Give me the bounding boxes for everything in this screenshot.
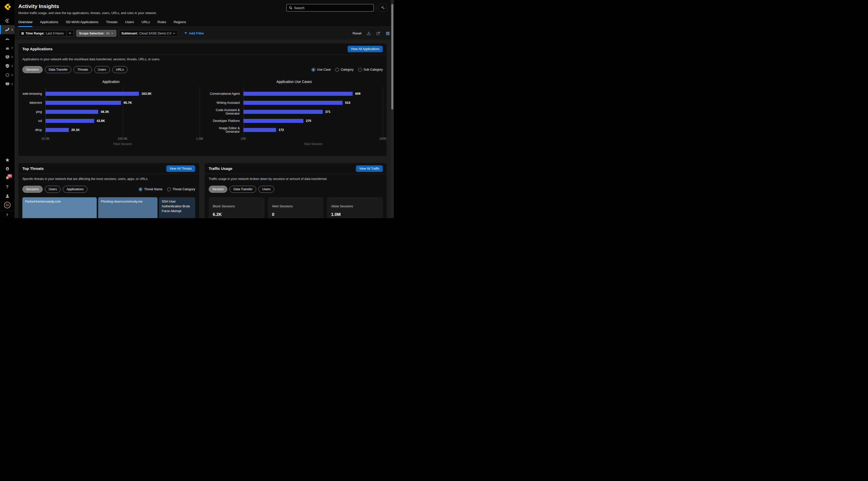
- notifications-button[interactable]: 9+: [0, 173, 14, 182]
- bar-developer-platform[interactable]: [243, 119, 304, 123]
- tab-overview[interactable]: Overview: [18, 20, 32, 27]
- bar-track: 42.8K: [45, 116, 200, 125]
- pill-data-transfer[interactable]: Data Transfer: [45, 66, 71, 73]
- view-all-traffic-button[interactable]: View All Traffic: [356, 166, 383, 172]
- scope-selection-filter[interactable]: Scope Selection: All: [76, 30, 116, 37]
- axis-title: Total Session: [45, 142, 200, 146]
- radio-threat-category[interactable]: Threat Category: [167, 187, 195, 191]
- remove-time-filter-button[interactable]: ✕: [66, 30, 71, 36]
- view-all-applications-button[interactable]: View All Applications: [348, 46, 383, 52]
- bar-category-label: Image Editor & Generator: [206, 126, 243, 133]
- treemap-tile-ssh-user-authentication-brute-force-attempt[interactable]: SSH User Authentication Brute Force Atte…: [159, 197, 195, 218]
- bar-row-image-editor-generator: Image Editor & Generator172: [206, 125, 383, 134]
- sidebar-item-posture[interactable]: [0, 61, 14, 70]
- pill-sessions[interactable]: Sessions: [22, 186, 43, 193]
- bar-row-conversational-agent: Conversational Agent609: [206, 89, 383, 98]
- stat-value: 1.0M: [331, 212, 379, 217]
- schedule-calendar-icon[interactable]: [385, 31, 390, 36]
- sidebar-item-services[interactable]: [0, 70, 14, 80]
- bar-conversational-agent[interactable]: [243, 92, 353, 96]
- tab-sd-wan-applications[interactable]: SD-WAN Applications: [66, 20, 98, 27]
- tab-applications[interactable]: Applications: [40, 20, 58, 27]
- treemap-tile-phishing-slearncommnuity-me[interactable]: Phishing:slearncommnuity.me: [98, 197, 157, 218]
- treemap-tile-parked-kentonsawdy-com[interactable]: Parked:kentonsawdy.com: [22, 197, 97, 218]
- add-filter-button[interactable]: Add Filter: [184, 31, 204, 35]
- bar-track: 270: [243, 116, 383, 125]
- application-chart: Applicationweb-browsing163.5Kbittorrent9…: [22, 80, 200, 146]
- bar-writing-assistant[interactable]: [243, 101, 343, 105]
- sidebar-item-monitor[interactable]: [0, 34, 14, 43]
- help-button[interactable]: ?: [0, 182, 14, 191]
- brand-logo-icon[interactable]: [3, 2, 11, 11]
- reset-button[interactable]: Reset: [352, 31, 362, 35]
- page-header: Activity Insights Monitor traffic usage,…: [14, 0, 394, 20]
- favorites-button[interactable]: [0, 155, 14, 164]
- bar-bittorrent[interactable]: [45, 101, 121, 105]
- view-all-threats-button[interactable]: View All Threats: [166, 166, 195, 172]
- radio-threat-name[interactable]: Threat Name: [138, 187, 162, 191]
- axis-tick: 1.0M: [196, 137, 203, 141]
- top-threats-metric-pills: SessionsUsersApplications: [22, 186, 87, 193]
- pill-users[interactable]: Users: [258, 186, 274, 193]
- pill-data-transfer[interactable]: Data Transfer: [229, 186, 256, 193]
- search-input[interactable]: [294, 6, 371, 10]
- traffic-usage-stats: Block Sessions6.2KAlert Sessions0Allow S…: [209, 197, 383, 218]
- filter-bar-actions: Reset: [352, 31, 390, 36]
- pill-users[interactable]: Users: [45, 186, 61, 193]
- bar-category-label: Developer Platform: [206, 119, 243, 123]
- settings-button[interactable]: [0, 164, 14, 173]
- sidebar-expand-button[interactable]: [0, 211, 14, 218]
- pill-users[interactable]: Users: [94, 66, 110, 73]
- pill-sessions[interactable]: Sessions: [22, 66, 43, 73]
- tenant-avatar[interactable]: CI: [0, 201, 14, 210]
- pill-session[interactable]: Session: [209, 186, 227, 193]
- chevron-right-icon: [11, 83, 13, 85]
- pill-threats[interactable]: Threats: [73, 66, 92, 73]
- radio-dot: [138, 187, 143, 191]
- bar-image-editor-generator[interactable]: [243, 128, 276, 132]
- bar-track: 95.7K: [45, 98, 200, 107]
- profile-button[interactable]: [0, 191, 14, 201]
- tab-regions[interactable]: Regions: [174, 20, 186, 27]
- radio-label: Threat Name: [144, 187, 162, 191]
- tab-urls[interactable]: URLs: [142, 20, 150, 27]
- window-scrollbar[interactable]: [391, 0, 394, 218]
- subtenant-filter[interactable]: Subtenant: Cloud SASE Demo 2.0: [119, 30, 178, 37]
- bar-web-browsing[interactable]: [45, 92, 139, 96]
- top-applications-description: Applications in your network with the mo…: [22, 58, 383, 61]
- search-box: [286, 4, 374, 11]
- sidebar-item-alerts[interactable]: [0, 43, 14, 52]
- bar-dhcp[interactable]: [45, 128, 69, 132]
- bar-ssl[interactable]: [45, 119, 94, 123]
- stat-value: 6.2K: [213, 212, 260, 217]
- sidebar-item-reports[interactable]: [0, 80, 14, 88]
- bar-code-assistant-generator[interactable]: [243, 110, 323, 114]
- content-area: Top Applications View All Applications A…: [14, 40, 394, 218]
- chart-title: Application Use Cases: [206, 80, 383, 84]
- ai-copilot-button[interactable]: [379, 4, 387, 11]
- time-range-filter[interactable]: Time Range: Last 3 Hours ✕: [18, 30, 74, 37]
- radio-use-case[interactable]: Use Case: [311, 68, 331, 71]
- sidebar-item-activity-insights[interactable]: [0, 25, 14, 34]
- sidebar-item-command-center[interactable]: [0, 16, 14, 25]
- shield-check-icon: [5, 64, 10, 68]
- bar-value-label: 172: [279, 128, 284, 132]
- pill-urls[interactable]: URLs: [112, 66, 128, 73]
- bar-ping[interactable]: [45, 110, 98, 114]
- filter-bar: Time Range: Last 3 Hours ✕ Scope Selecti…: [14, 27, 394, 40]
- bar-row-dhcp: dhcp20.1K: [22, 125, 200, 134]
- axis-ticks: 10.0K100.0K1.0M: [45, 137, 200, 141]
- tab-threats[interactable]: Threats: [106, 20, 118, 27]
- scrollbar-thumb[interactable]: [391, 4, 393, 110]
- export-icon[interactable]: [376, 31, 380, 36]
- pill-applications[interactable]: Applications: [63, 186, 87, 193]
- download-icon[interactable]: [366, 31, 371, 36]
- radio-sub-category[interactable]: Sub Category: [358, 68, 383, 71]
- tab-users[interactable]: Users: [125, 20, 134, 27]
- tab-rules[interactable]: Rules: [157, 20, 166, 27]
- stat-label: Block Sessions: [213, 204, 260, 208]
- chevron-right-icon: [6, 213, 9, 216]
- stat-label: Alert Sessions: [272, 204, 320, 208]
- sidebar-item-health[interactable]: [0, 52, 14, 61]
- radio-category[interactable]: Category: [335, 68, 353, 71]
